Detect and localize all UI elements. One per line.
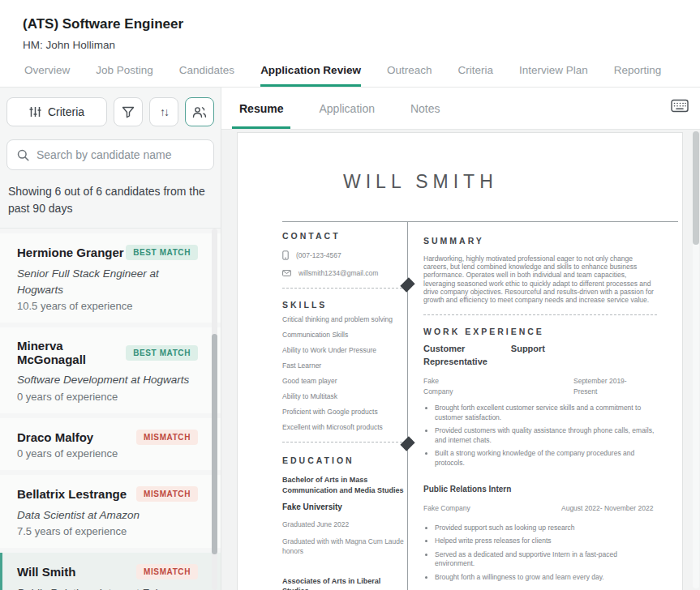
- tab-interview-plan[interactable]: Interview Plan: [519, 64, 588, 87]
- job-dates: August 2022- November 2022: [561, 503, 653, 514]
- candidate-list: Hermione Granger BEST MATCH Senior Full …: [0, 229, 221, 590]
- keyboard-shortcuts-button[interactable]: [671, 99, 689, 113]
- candidate-role: Senior Full Stack Engineer at Hogwarts: [17, 266, 206, 297]
- education-school: Fake University: [282, 502, 406, 511]
- candidate-name: Draco Malfoy: [17, 430, 93, 444]
- summary-heading: SUMMARY: [423, 236, 657, 246]
- job-bullet: Provided support such as looking up rese…: [435, 524, 657, 532]
- contact-email: willsmith1234@gmail.com: [298, 269, 378, 277]
- sliders-icon: [29, 106, 41, 118]
- education-graduated: Graduated June 2022: [282, 520, 406, 530]
- phone-icon: [282, 250, 289, 260]
- skill-item: Critical thinking and problem solving: [282, 315, 406, 323]
- candidate-experience: 0 years of experience: [17, 391, 206, 403]
- job-bullet-list: Brought forth excellent customer service…: [435, 404, 657, 468]
- ats-app: (ATS) Software Engineer HM: John Hollima…: [0, 0, 700, 590]
- viewer-tab-bar: Resume Application Notes: [221, 88, 700, 130]
- job-company: Fake Company: [423, 503, 529, 514]
- resume-columns: CONTACT (007-123-4567: [238, 222, 682, 590]
- resume-preview-area: WILL SMITH CONTACT: [221, 130, 700, 590]
- job-title: (ATS) Software Engineer: [23, 16, 700, 32]
- job-bullet: Brought forth excellent customer service…: [435, 404, 657, 422]
- resume-page: WILL SMITH CONTACT: [237, 132, 683, 590]
- app-header: (ATS) Software Engineer HM: John Hollima…: [0, 0, 700, 51]
- match-badge: BEST MATCH: [126, 245, 198, 260]
- candidates-view-button[interactable]: [185, 97, 214, 126]
- work-experience-heading: WORK EXPERIENCE: [423, 327, 657, 336]
- hiring-manager: HM: John Holliman: [23, 39, 700, 51]
- job-company: Fake Company: [423, 376, 461, 397]
- job-bullet: Helped write press releases for clients: [435, 537, 657, 545]
- job-bullet: Brought forth a willingness to grow and …: [435, 573, 657, 582]
- candidate-name: Will Smith: [17, 565, 75, 579]
- funnel-icon: [122, 106, 135, 118]
- dashed-divider: [282, 288, 406, 289]
- skills-heading: SKILLS: [282, 300, 406, 310]
- candidate-card-minerva-mcgonagall[interactable]: Minerva McGonagall BEST MATCH Software D…: [0, 327, 221, 413]
- criteria-button-label: Criteria: [48, 105, 84, 118]
- resume-scrollbar[interactable]: [693, 131, 699, 588]
- job-bullet: Built a strong working knowledge of the …: [435, 449, 657, 468]
- results-summary: Showing 6 out of 6 candidates from the p…: [0, 175, 221, 229]
- search-icon: [17, 149, 29, 161]
- tab-candidates[interactable]: Candidates: [179, 64, 234, 87]
- education-honors: Graduated with with Magna Cum Laude hono…: [282, 537, 406, 557]
- tab-resume[interactable]: Resume: [232, 102, 290, 129]
- candidate-card-bellatrix-lestrange[interactable]: Bellatrix Lestrange MISMATCH Data Scient…: [0, 475, 221, 549]
- tab-notes[interactable]: Notes: [403, 102, 448, 129]
- match-badge: BEST MATCH: [126, 345, 198, 361]
- candidate-role: Public Relations Intern at Fake Company: [17, 585, 206, 590]
- filter-button[interactable]: [114, 97, 143, 126]
- tab-application-review[interactable]: Application Review: [260, 64, 361, 87]
- contact-phone: (007-123-4567: [296, 251, 341, 259]
- work-experience-entry: Customer Support Representative Fake Com…: [423, 343, 657, 468]
- education-heading: EDUCATION: [282, 455, 406, 465]
- tab-reporting[interactable]: Reporting: [614, 64, 662, 87]
- sort-button[interactable]: ↑↓: [149, 97, 178, 126]
- job-bullet-list: Provided support such as looking up rese…: [435, 524, 657, 582]
- tab-criteria[interactable]: Criteria: [457, 64, 493, 87]
- candidate-name: Minerva McGonagall: [17, 339, 126, 366]
- skill-item: Ability to Work Under Pressure: [282, 346, 406, 354]
- tab-overview[interactable]: Overview: [24, 64, 70, 87]
- skill-item: Ability to Multitask: [282, 392, 406, 400]
- main-content: Criteria ↑↓: [0, 88, 700, 590]
- work-experience-entry: Public Relations Intern Fake Company Aug…: [423, 484, 657, 582]
- contact-heading: CONTACT: [282, 231, 406, 241]
- summary-text: Hardworking, highly motivated profession…: [423, 254, 657, 304]
- skill-item: Good team player: [282, 377, 406, 385]
- tab-outreach[interactable]: Outreach: [387, 64, 432, 87]
- education-degree: Bachelor of Arts in Mass Communication a…: [282, 475, 406, 495]
- sidebar-toolbar: Criteria ↑↓: [0, 88, 221, 135]
- match-badge: MISMATCH: [136, 430, 198, 445]
- main-tab-bar: Overview Job Posting Candidates Applicat…: [0, 51, 700, 88]
- candidate-name: Bellatrix Lestrange: [17, 487, 127, 501]
- tab-job-posting[interactable]: Job Posting: [96, 64, 153, 87]
- candidate-sidebar: Criteria ↑↓: [0, 88, 221, 590]
- candidate-list-scrollbar[interactable]: [212, 229, 217, 590]
- criteria-button[interactable]: Criteria: [6, 97, 107, 126]
- job-bullet: Served as a dedicated and supportive Int…: [435, 550, 657, 569]
- education-degree: Associates of Arts in Liberal Studies: [282, 576, 406, 590]
- candidate-card-will-smith[interactable]: Will Smith MISMATCH Public Relations Int…: [0, 553, 221, 590]
- candidate-detail-panel: Resume Application Notes: [221, 88, 700, 590]
- job-bullet: Provided customers with quality assistan…: [435, 426, 657, 445]
- tab-application[interactable]: Application: [311, 102, 382, 129]
- scrollbar-thumb[interactable]: [693, 131, 699, 245]
- match-badge: MISMATCH: [136, 486, 198, 502]
- dashed-divider: [423, 314, 657, 315]
- candidate-experience: 7.5 years of experience: [17, 525, 206, 537]
- candidate-experience: 10.5 years of experience: [17, 300, 206, 312]
- resume-column-divider: [407, 222, 408, 590]
- search-input[interactable]: [37, 148, 204, 161]
- candidate-card-draco-malfoy[interactable]: Draco Malfoy MISMATCH 0 years of experie…: [0, 418, 221, 470]
- keyboard-shortcuts-icon: [671, 99, 689, 113]
- match-badge: MISMATCH: [136, 564, 198, 579]
- scrollbar-thumb[interactable]: [212, 334, 217, 554]
- dashed-divider: [282, 442, 406, 442]
- candidate-card-hermione-granger[interactable]: Hermione Granger BEST MATCH Senior Full …: [0, 233, 221, 323]
- candidate-role: Data Scientist at Amazon: [17, 507, 206, 524]
- resume-left-column: CONTACT (007-123-4567: [282, 222, 406, 590]
- candidate-experience: 0 years of experience: [17, 447, 206, 460]
- job-dates: September 2019- Present: [573, 376, 651, 397]
